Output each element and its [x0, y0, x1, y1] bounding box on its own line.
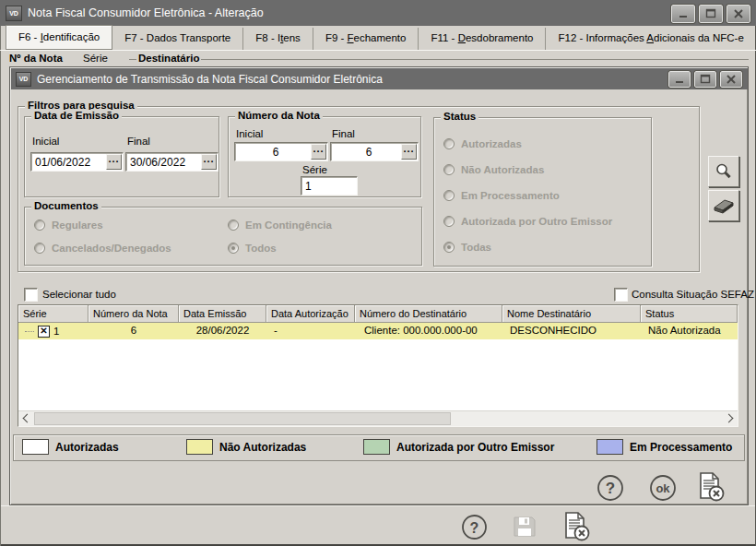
- minimize-icon[interactable]: [671, 5, 695, 23]
- status-option-autorizada-outro-emissor: Autorizada por Outro Emissor: [443, 216, 612, 227]
- scroll-left-icon[interactable]: [18, 411, 33, 425]
- ok-circle-icon: ok: [649, 474, 677, 502]
- documents-option-regulares: Regulares: [34, 220, 103, 231]
- cell-serie: 1: [18, 323, 89, 339]
- number-initial-picker-button[interactable]: ...: [311, 144, 326, 160]
- emission-initial-input[interactable]: 01/06/2022 ...: [30, 152, 124, 172]
- column-header-serie[interactable]: Série: [18, 305, 89, 323]
- serie-label: Série: [81, 53, 110, 64]
- tab-f11-desdobramento[interactable]: F11 - Desdobramento: [419, 28, 546, 50]
- dialog-close-icon[interactable]: [720, 71, 742, 88]
- cancel-document-button[interactable]: [694, 471, 726, 503]
- note-number-caption: Número da Nota: [235, 110, 323, 121]
- cell-numero-destinatario: Cliente: 000.000.000-00: [355, 323, 502, 339]
- serie-input[interactable]: 1: [301, 176, 358, 196]
- status-caption: Status: [441, 111, 478, 122]
- dialog-icon-text: VD: [19, 76, 29, 82]
- scroll-right-icon[interactable]: [723, 411, 738, 425]
- app-icon-text: VD: [9, 10, 18, 17]
- table-row[interactable]: 1 6 28/06/2022 - Cliente: 000.000.000-00…: [18, 323, 738, 339]
- scrollbar-thumb[interactable]: [34, 412, 451, 425]
- sefaz-label: Consulta Situação SEFAZ: [632, 289, 754, 300]
- table-header: Série Número da Nota Data Emissão Data A…: [18, 305, 738, 323]
- clear-button[interactable]: [708, 190, 739, 221]
- column-header-data-autorizacao[interactable]: Data Autorização: [266, 305, 355, 323]
- tab-f7-dados-transporte[interactable]: F7 - Dados Transporte: [112, 28, 243, 50]
- status-option-autorizadas: Autorizadas: [443, 138, 522, 149]
- select-all-checkbox[interactable]: [24, 288, 38, 302]
- legend-swatch-em-processamento: [597, 439, 623, 455]
- emission-final-label: Final: [127, 136, 150, 147]
- emission-final-input[interactable]: 30/06/2022 ...: [125, 152, 219, 172]
- destinatario-groupbox-border: [129, 59, 749, 60]
- cell-nome-destinatario: DESCONHECIDO: [502, 323, 641, 339]
- radio-icon: [443, 190, 455, 201]
- question-circle-icon: ?: [461, 514, 488, 540]
- close-icon[interactable]: [726, 5, 750, 23]
- documents-option-todos: Todos: [228, 243, 277, 254]
- bottom-toolbar: ?: [1, 505, 755, 544]
- documents-option-em-contingencia: Em Contingência: [228, 220, 332, 231]
- radio-icon: [443, 216, 455, 227]
- search-button[interactable]: [708, 156, 739, 187]
- legend-item-autorizadas: Autorizadas: [22, 439, 119, 455]
- destinatario-label: Destinatário: [136, 53, 201, 64]
- note-number-group: Número da Nota Inicial Final 6 ... 6 ...…: [228, 116, 421, 197]
- number-initial-label: Inicial: [236, 128, 263, 139]
- maximize-icon[interactable]: [699, 5, 723, 23]
- emission-final-picker-button[interactable]: ...: [201, 154, 217, 170]
- documents-group: Documentos Regulares Em Contingência Can…: [24, 207, 422, 266]
- cell-data-emissao: 28/06/2022: [179, 323, 266, 339]
- cell-data-autorizacao: -: [266, 323, 355, 339]
- legend-swatch-nao-autorizadas: [186, 439, 213, 455]
- cell-status: Não Autorizada: [641, 323, 738, 339]
- horizontal-scrollbar[interactable]: [18, 410, 738, 426]
- dialog-titlebar: VD Gerenciamento de Transmissão da Nota …: [11, 68, 748, 89]
- radio-icon: [228, 243, 239, 254]
- column-header-nome-destinatario[interactable]: Nome Destinatário: [502, 305, 641, 323]
- nota-label: Nº da Nota: [7, 53, 65, 64]
- select-all-label: Selecionar tudo: [42, 289, 116, 300]
- main-save-button: [511, 513, 538, 540]
- number-final-picker-button[interactable]: ...: [401, 144, 417, 160]
- legend-item-nao-autorizadas: Não Autorizadas: [186, 439, 306, 455]
- legend-bar: Autorizadas Não Autorizadas Autorizada p…: [13, 434, 745, 461]
- column-header-numero-destinatario[interactable]: Número do Destinatário: [355, 305, 502, 323]
- ok-button[interactable]: ok: [649, 474, 677, 502]
- documents-caption: Documentos: [31, 200, 101, 211]
- emission-date-caption: Data de Emissão: [31, 110, 122, 121]
- radio-icon: [443, 138, 455, 149]
- number-initial-input[interactable]: 6 ...: [234, 142, 328, 161]
- legend-item-outro-emissor: Autorizada por Outro Emissor: [363, 439, 554, 455]
- tab-f6-identificacao[interactable]: F6 - Identificação: [6, 25, 112, 50]
- legend-item-em-processamento: Em Processamento: [597, 439, 732, 455]
- column-header-numero-da-nota[interactable]: Número da Nota: [89, 305, 179, 323]
- main-help-button[interactable]: ?: [461, 514, 488, 540]
- sefaz-checkbox[interactable]: [614, 288, 628, 302]
- tree-branch-icon: [25, 331, 34, 332]
- status-option-em-processamento: Em Processamento: [443, 190, 560, 201]
- radio-icon: [34, 243, 45, 254]
- column-header-status[interactable]: Status: [641, 305, 738, 323]
- filters-group: Filtros para pesquisa Data de Emissão In…: [18, 106, 700, 272]
- main-window-title: Nota Fiscal Consumidor Eletrônica - Alte…: [28, 6, 264, 19]
- emission-initial-picker-button[interactable]: ...: [106, 154, 122, 170]
- row-checkbox[interactable]: [38, 326, 50, 338]
- main-cancel-document-button[interactable]: [560, 511, 591, 542]
- magnifier-icon: [714, 161, 734, 182]
- svg-text:ok: ok: [656, 481, 670, 495]
- help-button[interactable]: ?: [597, 474, 624, 502]
- results-table: Série Número da Nota Data Emissão Data A…: [18, 304, 738, 427]
- tab-f9-fechamento[interactable]: F9 - Fechamento: [313, 28, 419, 50]
- status-option-todas: Todas: [443, 242, 491, 253]
- radio-icon: [228, 220, 239, 231]
- dialog-minimize-icon[interactable]: [668, 71, 691, 88]
- tab-f12-informacoes-adicionais[interactable]: F12 - Informações Adicionais da NFC-e: [546, 28, 756, 50]
- dialog-maximize-icon[interactable]: [694, 71, 716, 88]
- number-final-label: Final: [332, 128, 355, 139]
- eraser-icon: [713, 198, 735, 214]
- tab-f8-itens[interactable]: F8 - Itens: [243, 28, 313, 50]
- number-final-input[interactable]: 6 ...: [330, 142, 419, 161]
- emission-initial-label: Inicial: [32, 136, 59, 147]
- column-header-data-emissao[interactable]: Data Emissão: [179, 305, 266, 323]
